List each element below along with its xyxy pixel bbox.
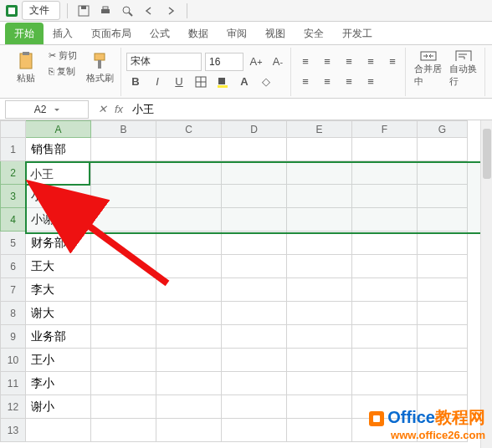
cell[interactable] (287, 395, 352, 419)
col-header-B[interactable]: B (91, 121, 156, 138)
row-header[interactable]: 10 (1, 349, 26, 372)
cell[interactable] (91, 325, 156, 349)
cell[interactable] (418, 255, 468, 278)
tab-insert[interactable]: 插入 (44, 23, 82, 44)
cut-button[interactable]: ✂剪切 (45, 48, 80, 64)
row-header[interactable]: 3 (1, 185, 26, 208)
cell[interactable] (91, 138, 156, 161)
cell[interactable] (156, 349, 222, 372)
align-left-icon[interactable]: ≡ (296, 73, 315, 91)
scrollbar-thumb[interactable] (483, 129, 491, 179)
cell[interactable] (222, 302, 287, 325)
cell[interactable]: 谢大 (26, 302, 91, 325)
italic-icon[interactable]: I (148, 73, 167, 91)
cell[interactable] (91, 395, 156, 419)
cell[interactable] (352, 138, 418, 161)
justify-icon[interactable]: ≡ (361, 73, 380, 91)
print-preview-icon[interactable] (118, 3, 136, 19)
row-header[interactable]: 9 (1, 325, 26, 349)
align-center-icon[interactable]: ≡ (318, 73, 336, 91)
cell[interactable]: 财务部 (26, 232, 91, 255)
cell[interactable] (156, 232, 222, 255)
vertical-scrollbar[interactable] (480, 120, 492, 448)
cell[interactable] (287, 138, 352, 161)
cell[interactable] (287, 419, 352, 442)
col-header-F[interactable]: F (352, 121, 418, 138)
fx-icon[interactable]: fx (110, 103, 127, 115)
tab-view[interactable]: 视图 (256, 23, 295, 44)
cell[interactable] (418, 325, 468, 349)
file-menu-button[interactable]: 文件 (22, 1, 60, 20)
tab-page-layout[interactable]: 页面布局 (82, 23, 141, 44)
underline-icon[interactable]: U (170, 73, 188, 91)
border-icon[interactable] (192, 73, 210, 91)
cell[interactable] (418, 138, 468, 161)
cell[interactable] (222, 138, 287, 161)
cell[interactable] (287, 255, 352, 278)
decrease-font-icon[interactable]: A- (269, 53, 287, 71)
cell[interactable] (287, 325, 352, 349)
cell[interactable] (287, 302, 352, 325)
cell[interactable] (91, 349, 156, 372)
bold-icon[interactable]: B (126, 73, 145, 91)
tab-formulas[interactable]: 公式 (141, 23, 179, 44)
align-bottom-icon[interactable]: ≡ (340, 53, 358, 71)
undo-icon[interactable] (140, 3, 158, 19)
tab-data[interactable]: 数据 (179, 23, 218, 44)
cell[interactable] (222, 419, 287, 442)
print-icon[interactable] (96, 3, 115, 19)
formula-input[interactable] (127, 100, 492, 119)
align-right-icon[interactable]: ≡ (340, 73, 358, 91)
cell[interactable] (352, 372, 418, 395)
cell[interactable] (156, 325, 222, 349)
tab-developer[interactable]: 开发工 (333, 23, 382, 44)
cell[interactable] (91, 302, 156, 325)
active-cell[interactable]: 小王 (25, 161, 90, 186)
cell[interactable] (222, 349, 287, 372)
row-header[interactable]: 6 (1, 255, 26, 278)
row-header[interactable]: 4 (1, 208, 26, 232)
redo-icon[interactable] (161, 3, 180, 19)
cell[interactable] (352, 325, 418, 349)
cell[interactable] (418, 349, 468, 372)
cell[interactable] (352, 232, 418, 255)
col-header-C[interactable]: C (156, 121, 222, 138)
row-header[interactable]: 11 (1, 372, 26, 395)
cell[interactable]: 王大 (26, 255, 91, 278)
cell[interactable] (352, 349, 418, 372)
font-color-icon[interactable]: A (235, 73, 254, 91)
cell[interactable] (287, 349, 352, 372)
cell[interactable] (156, 302, 222, 325)
save-icon[interactable] (74, 3, 93, 19)
font-name-select[interactable]: 宋体 (126, 53, 202, 71)
spreadsheet-grid[interactable]: A B C D E F G 1销售部2小王3小李4小谢5财务部6王大7李大8谢大… (0, 120, 492, 442)
increase-font-icon[interactable]: A+ (247, 53, 265, 71)
indent-increase-icon[interactable]: ≡ (383, 53, 402, 71)
cell[interactable] (91, 232, 156, 255)
cell[interactable] (418, 372, 468, 395)
cell[interactable] (156, 372, 222, 395)
col-header-D[interactable]: D (222, 121, 287, 138)
name-box[interactable]: A2 (5, 100, 89, 119)
indent-decrease-icon[interactable]: ≡ (361, 53, 380, 71)
cell[interactable] (418, 278, 468, 302)
cell[interactable] (287, 232, 352, 255)
row-header[interactable]: 8 (1, 302, 26, 325)
cell[interactable] (156, 419, 222, 442)
col-header-A[interactable]: A (26, 121, 91, 138)
fill-color-icon[interactable] (213, 73, 232, 91)
cell[interactable] (222, 395, 287, 419)
cell[interactable] (156, 278, 222, 302)
cell[interactable]: 李小 (26, 372, 91, 395)
cell[interactable] (26, 419, 91, 442)
cell[interactable] (156, 255, 222, 278)
cell[interactable] (91, 372, 156, 395)
select-all-corner[interactable] (1, 121, 26, 138)
cell[interactable]: 业务部 (26, 325, 91, 349)
cell[interactable]: 谢小 (26, 395, 91, 419)
row-header[interactable]: 13 (1, 419, 26, 442)
clear-format-icon[interactable]: ◇ (257, 73, 275, 91)
cell[interactable] (222, 255, 287, 278)
cell[interactable] (222, 232, 287, 255)
cell[interactable]: 李大 (26, 278, 91, 302)
